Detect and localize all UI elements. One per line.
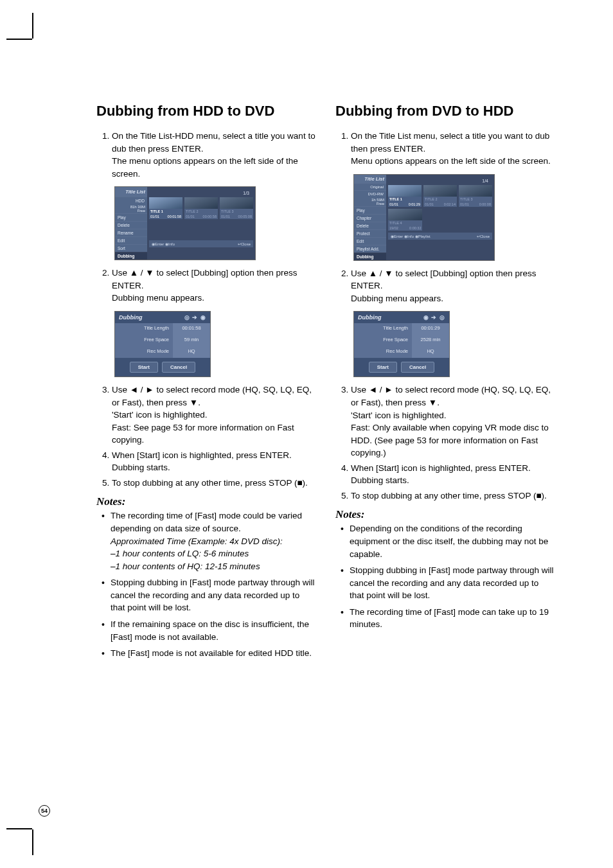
thumbnail-4[interactable]: TITLE 4 19/020:00:32 [388, 209, 422, 231]
heading-right: Dubbing from DVD to HDD [335, 103, 555, 120]
step-sub: 'Start' icon is highlighted. [351, 409, 555, 422]
step-text: When [Start] icon is highlighted, press … [112, 450, 292, 460]
row-label: Rec Mode [354, 346, 412, 358]
menu-dubbing[interactable]: Dubbing [115, 252, 147, 260]
step-1: On the Title List-HDD menu, select a tit… [112, 130, 316, 180]
footer-right: ↩Close [477, 234, 490, 238]
step-4: When [Start] icon is highlighted, press … [351, 462, 555, 487]
crop-mark [6, 39, 32, 40]
menu-edit[interactable]: Edit [115, 236, 147, 244]
crop-mark [6, 828, 32, 829]
note-item: The recording time of [Fast] mode could … [111, 509, 316, 572]
step-5: To stop dubbing at any other time, press… [112, 477, 316, 490]
note-item: Stopping dubbing in [Fast] mode partway … [111, 576, 316, 614]
step-sub: Dubbing menu appears. [351, 292, 555, 305]
menu-playlist-add[interactable]: Playlist Add. [354, 245, 386, 252]
dubbing-title: Dubbing [358, 314, 382, 321]
step-3: Use ◄ / ► to select record mode (HQ, SQ,… [112, 384, 316, 447]
menu-sort[interactable]: Sort [115, 244, 147, 252]
menu-protect[interactable]: Protect [354, 229, 386, 237]
menu-chapter[interactable]: Chapter [354, 214, 386, 222]
menu-delete[interactable]: Delete [354, 222, 386, 229]
step-text: Use ▲ / ▼ to select [Dubbing] option the… [351, 269, 537, 291]
figure-title-list-hdd: Title List HDD 81h 30MFree Play Delete R… [114, 186, 256, 260]
footer-left: ◉Enter ◉Info [152, 242, 175, 246]
cancel-button[interactable]: Cancel [162, 362, 195, 373]
step-5: To stop dubbing at any other time, press… [351, 490, 555, 502]
menu-rename[interactable]: Rename [115, 229, 147, 236]
row-label: Free Space [115, 335, 173, 346]
menu-play[interactable]: Play [115, 213, 147, 221]
note-item: Stopping dubbing in [Fast] mode partway … [350, 564, 555, 602]
step-text: To stop dubbing at any other time, press… [112, 478, 308, 488]
row-label: Rec Mode [115, 346, 173, 358]
crop-mark [32, 829, 33, 855]
step-text: To stop dubbing at any other time, press… [351, 491, 547, 500]
step-sub: 'Start' icon is highlighted. [112, 409, 316, 421]
row-label: Free Space [354, 335, 412, 346]
sidebar-free: 81h 30MFree [115, 204, 147, 213]
heading-left: Dubbing from HDD to DVD [96, 103, 316, 120]
notes-heading: Notes: [335, 508, 555, 521]
menu-delete[interactable]: Delete [115, 221, 147, 229]
note-italic: –1 hour contents of HQ: 12-15 minutes [111, 560, 316, 573]
step-sub: Menu options appears on the left side of… [351, 155, 555, 168]
start-button[interactable]: Start [369, 362, 397, 373]
title-list-label: Title List [354, 175, 386, 183]
step-2: Use ▲ / ▼ to select [Dubbing] option the… [112, 267, 316, 305]
sidebar-sub: Original [354, 183, 386, 190]
dubbing-direction-icon: ◎ ➔ ◉ [184, 314, 206, 321]
page-indicator: 1/3 [243, 191, 249, 195]
row-value: 00:01:29 [412, 323, 449, 335]
step-text: On the Title List menu, select a title y… [351, 131, 549, 154]
dubbing-direction-icon: ◉ ➔ ◎ [423, 314, 445, 321]
figure-dubbing-panel-left: Dubbing◎ ➔ ◉ Title Length00:01:58 Free S… [114, 311, 211, 377]
menu-dubbing[interactable]: Dubbing [354, 252, 386, 260]
step-sub: The menu options appears on the left sid… [112, 155, 316, 180]
start-button[interactable]: Start [130, 362, 158, 373]
cancel-button[interactable]: Cancel [401, 362, 434, 373]
step-sub: Dubbing starts. [351, 474, 555, 487]
thumbnail-1[interactable]: TITLE 1 01/0100:01:58 [149, 197, 182, 219]
thumbnail-2[interactable]: TITLE 2 01/010:02:14 [423, 185, 457, 207]
figure-dubbing-panel-right: Dubbing◉ ➔ ◎ Title Length00:01:29 Free S… [353, 311, 450, 377]
step-3: Use ◄ / ► to select record mode (HQ, SQ,… [351, 384, 555, 459]
note-item: Depending on the conditions of the recor… [350, 522, 555, 560]
footer-right: ↩Close [238, 242, 251, 246]
page-content: Dubbing from HDD to DVD On the Title Lis… [32, 39, 587, 664]
figure-title-list-dvd: Title List Original DVD-RW 1h 59MFree Pl… [353, 174, 495, 261]
notes-list-right: Depending on the conditions of the recor… [335, 522, 555, 631]
thumbnail-1[interactable]: TITLE 1 01/010:01:29 [388, 185, 422, 207]
menu-edit[interactable]: Edit [354, 237, 386, 245]
steps-left-part1: On the Title List-HDD menu, select a tit… [96, 130, 316, 180]
menu-play[interactable]: Play [354, 206, 386, 214]
notes-list-left: The recording time of [Fast] mode could … [96, 509, 316, 659]
steps-right-part1: On the Title List menu, select a title y… [335, 130, 555, 168]
row-value[interactable]: HQ [173, 346, 210, 358]
step-1: On the Title List menu, select a title y… [351, 130, 555, 168]
thumbnail-2[interactable]: TITLE 2 01/0100:00:58 [184, 197, 218, 219]
step-text: Use ◄ / ► to select record mode (HQ, SQ,… [351, 385, 551, 407]
step-2: Use ▲ / ▼ to select [Dubbing] option the… [351, 267, 555, 305]
row-value[interactable]: HQ [412, 346, 449, 358]
step-text: Use ▲ / ▼ to select [Dubbing] option the… [112, 268, 298, 290]
row-value: 59 min [173, 335, 210, 346]
step-sub: Dubbing starts. [112, 461, 316, 474]
note-item: The recording time of [Fast] mode can ta… [350, 606, 555, 631]
steps-left-part3: Use ◄ / ► to select record mode (HQ, SQ,… [96, 384, 316, 490]
step-sub2: Fast: Only available when copying VR mod… [351, 421, 555, 459]
note-italic: –1 hour contents of LQ: 5-6 minutes [111, 547, 316, 560]
step-text: Use ◄ / ► to select record mode (HQ, SQ,… [112, 385, 312, 407]
thumbnail-3[interactable]: TITLE 3 01/010:00:08 [459, 185, 492, 207]
crop-mark [32, 13, 33, 39]
note-item: The [Fast] mode is not available for edi… [111, 647, 316, 660]
dubbing-title: Dubbing [119, 314, 143, 321]
thumbnail-3[interactable]: TITLE 3 01/0100:05:08 [220, 197, 253, 219]
right-column: Dubbing from DVD to HDD On the Title Lis… [335, 103, 555, 664]
sidebar-hdd: HDD [115, 197, 147, 204]
sidebar-free: 1h 59MFree [354, 197, 386, 206]
row-value: 00:01:58 [173, 323, 210, 335]
notes-heading: Notes: [96, 495, 316, 508]
step-text: When [Start] icon is highlighted, press … [351, 463, 531, 473]
step-sub2: Fast: See page 53 for more information o… [112, 421, 316, 447]
